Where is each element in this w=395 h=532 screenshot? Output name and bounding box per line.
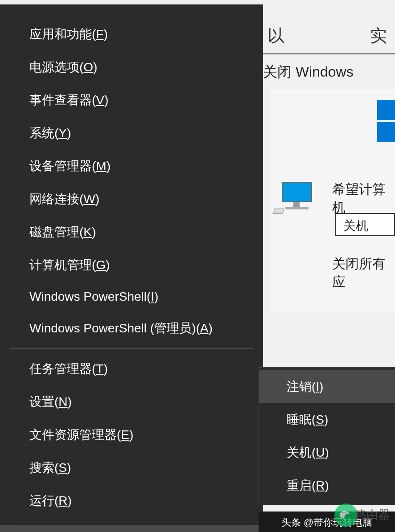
menu-item-tools-4[interactable]: 运行(R) (0, 484, 263, 517)
submenu-item-0[interactable]: 注销(I) (259, 370, 395, 403)
menu-item-label: 文件资源管理器(E) (29, 426, 133, 443)
menu-item-label: 计算机管理(G) (29, 257, 110, 274)
menu-item-label: 运行(R) (29, 492, 72, 509)
menu-item-tools-0[interactable]: 任务管理器(T) (0, 352, 263, 385)
menu-item-tools-3[interactable]: 搜索(S) (0, 451, 263, 484)
submenu-item-2[interactable]: 关机(U) (259, 436, 395, 469)
menu-item-label: 事件查看器(V) (29, 92, 108, 109)
menu-item-tools-2[interactable]: 文件资源管理器(E) (0, 418, 263, 451)
menu-item-label: 电源选项(O) (29, 59, 97, 76)
submenu-item-3[interactable]: 重启(R) (259, 469, 395, 502)
menu-item-main-3[interactable]: 系统(Y) (0, 117, 263, 150)
menu-item-main-8[interactable]: Windows PowerShell(I) (0, 282, 263, 312)
desire-label: 希望计算机 (332, 180, 395, 217)
menu-item-label: 应用和功能(F) (29, 26, 108, 43)
menu-item-main-6[interactable]: 磁盘管理(K) (0, 216, 263, 249)
menu-item-label: 网络连接(W) (29, 191, 99, 208)
menu-item-main-7[interactable]: 计算机管理(G) (0, 249, 263, 282)
menu-item-main-2[interactable]: 事件查看器(V) (0, 84, 263, 117)
computer-icon (282, 182, 317, 213)
menu-item-label: 设置(N) (29, 393, 72, 410)
bg-header-text: 以 实 (267, 25, 395, 47)
shutdown-action-dropdown[interactable]: 关机 (335, 213, 395, 236)
menu-item-main-4[interactable]: 设备管理器(M) (0, 150, 263, 183)
menu-item-label: 搜索(S) (29, 459, 71, 476)
divider-line (263, 53, 395, 54)
menu-item-label: 任务管理器(T) (29, 360, 108, 377)
wechat-icon (334, 503, 358, 527)
menu-separator (9, 348, 254, 349)
submenu-item-1[interactable]: 睡眠(S) (259, 403, 395, 436)
menu-item-label: 系统(Y) (29, 125, 71, 142)
menu-item-label: 设备管理器(M) (29, 158, 111, 175)
menu-item-tools-1[interactable]: 设置(N) (0, 385, 263, 418)
shutdown-submenu: 注销(I)睡眠(S)关机(U)重启(R) (259, 367, 395, 505)
close-apps-description: 关闭所有应 (332, 255, 395, 291)
menu-item-label: Windows PowerShell(I) (29, 290, 158, 304)
menu-item-main-5[interactable]: 网络连接(W) (0, 183, 263, 216)
windows-logo-icon (377, 100, 395, 142)
shutdown-dialog-title: 关闭 Windows (263, 62, 354, 82)
winx-power-menu: 应用和功能(F)电源选项(O)事件查看器(V)系统(Y)设备管理器(M)网络连接… (0, 4, 263, 532)
router-watermark: 路由器 (355, 507, 390, 523)
menu-item-main-1[interactable]: 电源选项(O) (0, 51, 263, 84)
menu-item-main-0[interactable]: 应用和功能(F) (0, 18, 263, 51)
menu-item-main-9[interactable]: Windows PowerShell (管理员)(A) (0, 312, 263, 345)
menu-item-label: Windows PowerShell (管理员)(A) (29, 320, 213, 337)
menu-separator (9, 521, 254, 521)
menu-item-label: 磁盘管理(K) (29, 224, 96, 241)
menu-item-power-0[interactable]: 关机或注销(U)〉 (0, 525, 263, 532)
